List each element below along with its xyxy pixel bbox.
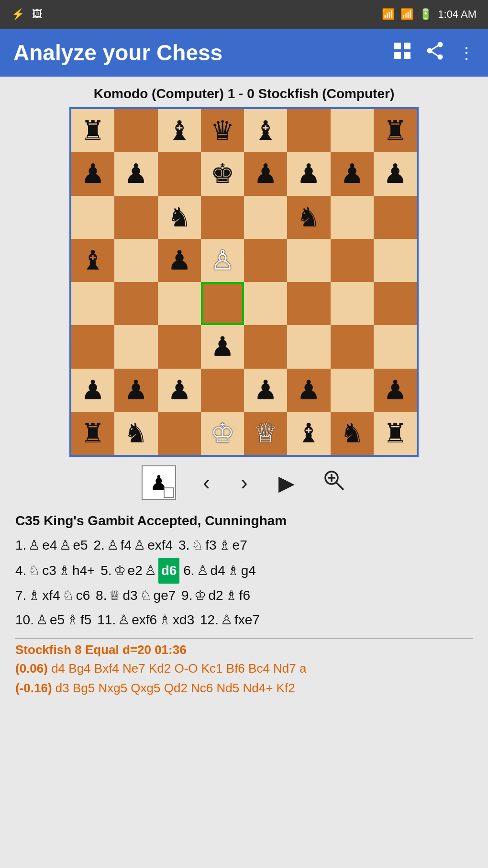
move-2-wm: f4 (121, 533, 132, 557)
square-7-3[interactable]: ♔ (201, 412, 244, 455)
move-10-bm: f5 (80, 608, 91, 632)
square-6-5[interactable]: ♟ (287, 369, 330, 412)
square-3-5[interactable] (287, 239, 330, 282)
square-1-5[interactable]: ♟ (287, 152, 330, 195)
square-2-5[interactable]: ♞ (287, 196, 330, 239)
square-2-6[interactable] (331, 196, 374, 239)
square-5-7[interactable] (374, 325, 417, 368)
square-1-4[interactable]: ♟ (244, 152, 287, 195)
square-1-7[interactable]: ♟ (374, 152, 417, 195)
move-11-wp: ♙ (118, 608, 130, 632)
square-0-2[interactable]: ♝ (158, 109, 201, 152)
move-2-bp: ♙ (133, 533, 145, 557)
square-1-0[interactable]: ♟ (71, 152, 114, 195)
square-4-4[interactable] (244, 282, 287, 325)
move-5-bp: ♙ (144, 559, 156, 583)
square-1-6[interactable]: ♟ (331, 152, 374, 195)
square-0-7[interactable]: ♜ (374, 109, 417, 152)
square-7-4[interactable]: ♕ (244, 412, 287, 455)
piece-selector[interactable]: ♟ (142, 465, 176, 500)
move-10-num: 10. (15, 608, 34, 632)
square-0-0[interactable]: ♜ (71, 109, 114, 152)
square-5-0[interactable] (71, 325, 114, 368)
move-9-bp: ♗ (225, 584, 237, 608)
square-5-1[interactable] (114, 325, 157, 368)
square-0-3[interactable]: ♛ (201, 109, 244, 152)
square-1-3[interactable]: ♚ (201, 152, 244, 195)
square-3-6[interactable] (331, 239, 374, 282)
square-4-0[interactable] (71, 282, 114, 325)
move-2-num: 2. (90, 533, 105, 557)
square-0-4[interactable]: ♝ (244, 109, 287, 152)
square-4-2[interactable] (158, 282, 201, 325)
move-7-wp: ♗ (28, 584, 40, 608)
square-6-7[interactable]: ♟ (374, 369, 417, 412)
square-4-3[interactable] (201, 282, 244, 325)
move-11-bm: xd3 (173, 608, 194, 632)
square-3-2[interactable]: ♟ (158, 239, 201, 282)
square-6-4[interactable]: ♟ (244, 369, 287, 412)
square-0-5[interactable] (287, 109, 330, 152)
square-3-1[interactable] (114, 239, 157, 282)
square-4-5[interactable] (287, 282, 330, 325)
square-7-1[interactable]: ♞ (114, 412, 157, 455)
square-6-3[interactable] (201, 369, 244, 412)
move-7-wm: xf4 (42, 584, 60, 608)
square-4-6[interactable] (331, 282, 374, 325)
app-bar-actions: ⋮ (393, 42, 475, 64)
square-2-1[interactable] (114, 196, 157, 239)
engine-score-1: (0.06) (15, 661, 48, 676)
move-6-num: 6. (179, 559, 194, 583)
square-7-7[interactable]: ♜ (374, 412, 417, 455)
square-2-7[interactable] (374, 196, 417, 239)
square-3-0[interactable]: ♝ (71, 239, 114, 282)
square-2-3[interactable] (201, 196, 244, 239)
move-11-wm: exf6 (132, 608, 157, 632)
square-7-2[interactable] (158, 412, 201, 455)
status-bar-right: 📶 📶 🔋 1:04 AM (382, 8, 477, 21)
square-6-6[interactable] (331, 369, 374, 412)
move-5-wp: ♔ (114, 559, 126, 583)
chess-board: ♜♝♛♝♜♟♟♚♟♟♟♟♞♞♝♟♙♟♟♟♟♟♟♟♜♞♔♕♝♞♜ (69, 107, 419, 457)
battery-icon: 🔋 (419, 8, 432, 21)
square-4-1[interactable] (114, 282, 157, 325)
square-6-0[interactable]: ♟ (71, 369, 114, 412)
square-2-0[interactable] (71, 196, 114, 239)
svg-line-8 (432, 52, 438, 56)
next-button[interactable]: › (237, 469, 252, 496)
square-5-6[interactable] (331, 325, 374, 368)
move-6-wm: d4 (211, 559, 225, 583)
zoom-button[interactable] (322, 468, 346, 497)
grid-icon[interactable] (393, 42, 411, 64)
play-button[interactable]: ▶ (275, 469, 299, 497)
square-6-1[interactable]: ♟ (114, 369, 157, 412)
square-2-4[interactable] (244, 196, 287, 239)
move-6-bp: ♗ (227, 559, 239, 583)
square-6-2[interactable]: ♟ (158, 369, 201, 412)
square-1-2[interactable] (158, 152, 201, 195)
square-3-4[interactable] (244, 239, 287, 282)
move-8-bp: ♘ (140, 584, 152, 608)
prev-button[interactable]: ‹ (199, 469, 214, 496)
square-0-1[interactable] (114, 109, 157, 152)
square-3-7[interactable] (374, 239, 417, 282)
square-5-2[interactable] (158, 325, 201, 368)
square-1-1[interactable]: ♟ (114, 152, 157, 195)
share-icon[interactable] (426, 42, 444, 64)
square-3-3[interactable]: ♙ (201, 239, 244, 282)
move-6-bm: g4 (241, 559, 256, 583)
usb-icon: ⚡ (11, 8, 24, 21)
square-7-6[interactable]: ♞ (331, 412, 374, 455)
more-icon[interactable]: ⋮ (458, 43, 475, 62)
moves-line-4: 10. ♙ e5 ♗ f5 11. ♙ exf6 ♗ xd3 12. ♙ fxe… (15, 608, 473, 632)
square-4-7[interactable] (374, 282, 417, 325)
square-7-0[interactable]: ♜ (71, 412, 114, 455)
square-5-3[interactable]: ♟ (201, 325, 244, 368)
square-5-4[interactable] (244, 325, 287, 368)
move-10-wp: ♙ (36, 608, 48, 632)
square-5-5[interactable] (287, 325, 330, 368)
square-2-2[interactable]: ♞ (158, 196, 201, 239)
square-0-6[interactable] (331, 109, 374, 152)
signal-icon: 📶 (400, 8, 413, 21)
square-7-5[interactable]: ♝ (287, 412, 330, 455)
